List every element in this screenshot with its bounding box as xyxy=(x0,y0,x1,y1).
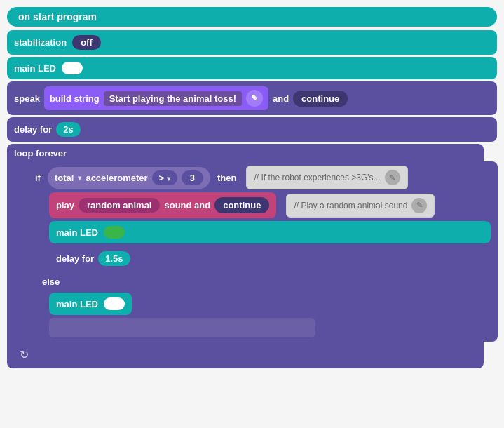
main-led-block-1[interactable]: main LED xyxy=(7,57,497,79)
play-continue[interactable]: continue xyxy=(214,197,269,213)
delay-block-2[interactable]: delay for 1.5s xyxy=(49,246,491,271)
condition-op-dropdown[interactable]: > ▾ xyxy=(152,170,177,185)
total-dropdown-icon[interactable]: ▾ xyxy=(78,174,81,182)
speak-label: speak xyxy=(14,93,40,104)
main-stack: on start program stabilization off main … xyxy=(7,7,497,368)
loop-header: loop forever xyxy=(14,148,477,159)
delay-block-1[interactable]: delay for 2s xyxy=(7,117,497,142)
stabilization-label: stabilization xyxy=(14,37,67,48)
main-led-block-2[interactable]: main LED xyxy=(49,221,491,243)
if-container: if total ▾ accelerometer > ▾ 3 xyxy=(28,161,477,342)
if-body: play random animal sound and continue //… xyxy=(49,192,491,271)
condition-op: > xyxy=(159,173,165,183)
delay-label-1: delay for xyxy=(14,124,52,135)
play-row: play random animal sound and continue //… xyxy=(49,192,491,218)
speak-and: and xyxy=(273,93,289,104)
play-comment: // Play a random animal sound ✎ xyxy=(286,194,435,218)
delay-value-2[interactable]: 1.5s xyxy=(98,251,130,266)
main-led-block-3[interactable]: main LED xyxy=(49,293,132,315)
speak-text[interactable]: Start playing the animal toss! xyxy=(104,91,242,106)
build-string-label: build string xyxy=(50,93,100,104)
condition-block[interactable]: total ▾ accelerometer > ▾ 3 xyxy=(48,167,210,189)
if-label: if xyxy=(35,173,41,183)
loop-arrow-icon: ↻ xyxy=(20,348,29,361)
else-section: else main LED xyxy=(35,274,491,337)
speak-continue[interactable]: continue xyxy=(293,91,348,107)
play-comment-text: // Play a random animal sound xyxy=(294,201,407,210)
play-block[interactable]: play random animal sound and continue xyxy=(49,192,276,218)
speak-block[interactable]: speak build string Start playing the ani… xyxy=(7,81,497,115)
play-label: play xyxy=(56,200,74,210)
if-header-row: if total ▾ accelerometer > ▾ 3 xyxy=(35,166,491,189)
stabilization-value[interactable]: off xyxy=(72,35,101,50)
stabilization-block[interactable]: stabilization off xyxy=(7,30,497,55)
if-comment: // If the robot experiences >3G's... ✎ xyxy=(246,166,407,189)
led-toggle-1[interactable] xyxy=(62,62,83,74)
else-empty-bar xyxy=(49,318,315,337)
else-body: main LED xyxy=(49,293,491,315)
loop-bottom-bar: ↻ xyxy=(14,345,477,364)
play-value[interactable]: random animal xyxy=(79,198,160,213)
main-led-label-3: main LED xyxy=(56,299,98,309)
if-comment-edit-icon[interactable]: ✎ xyxy=(385,170,400,185)
condition-total: total xyxy=(55,173,74,183)
condition-value[interactable]: 3 xyxy=(182,170,203,185)
if-block: if total ▾ accelerometer > ▾ 3 xyxy=(28,161,498,342)
op-dropdown-icon[interactable]: ▾ xyxy=(167,175,170,182)
delay-label-2: delay for xyxy=(56,253,94,264)
workspace: on start program stabilization off main … xyxy=(0,0,504,428)
main-led-label-1: main LED xyxy=(14,63,56,74)
main-led-label-2: main LED xyxy=(56,227,98,238)
loop-block: loop forever if total ▾ accelerometer > xyxy=(7,144,484,368)
condition-accel: accelerometer xyxy=(86,173,147,183)
speak-edit-icon[interactable]: ✎ xyxy=(246,90,263,107)
led-toggle-3[interactable] xyxy=(104,297,125,310)
else-label: else xyxy=(35,274,491,290)
delay-value-1[interactable]: 2s xyxy=(56,122,80,137)
loop-label: loop forever xyxy=(14,148,67,159)
play-sound-and: sound and xyxy=(164,200,210,210)
hat-block[interactable]: on start program xyxy=(7,7,497,27)
play-comment-edit-icon[interactable]: ✎ xyxy=(411,198,427,213)
led-toggle-2[interactable] xyxy=(104,226,125,239)
if-comment-text: // If the robot experiences >3G's... xyxy=(254,173,380,182)
build-string-block[interactable]: build string Start playing the animal to… xyxy=(44,86,268,110)
then-label: then xyxy=(217,173,236,183)
